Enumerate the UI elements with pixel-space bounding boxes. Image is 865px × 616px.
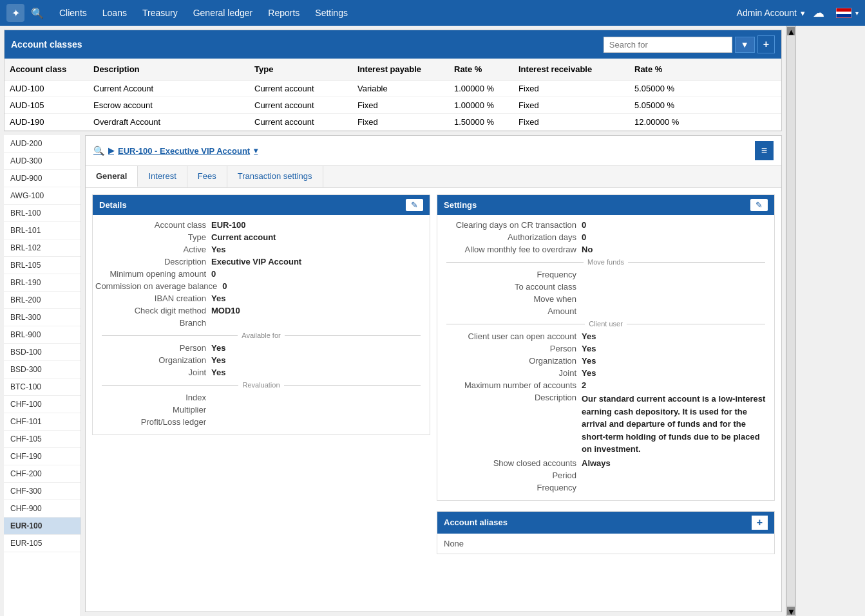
sidebar-list[interactable]: AUD-200 AUD-300 AUD-900 AWG-100 BRL-100 … <box>4 135 81 616</box>
details-section-content: Account class EUR-100 Type Current accou… <box>93 215 430 434</box>
value-check-digit: MOD10 <box>211 306 427 315</box>
cloud-icon[interactable]: ☁ <box>813 6 824 20</box>
logo-icon[interactable]: ✦ <box>6 4 24 22</box>
nav-clients[interactable]: Clients <box>53 0 93 26</box>
label-client-person: Person <box>440 344 582 353</box>
tab-interest[interactable]: Interest <box>138 166 187 187</box>
details-section-title: Details <box>99 200 127 210</box>
label-multiplier: Multiplier <box>95 405 211 415</box>
detail-panel-header: 🔍 ▶ EUR-100 - Executive VIP Account ▾ ≡ <box>86 136 781 166</box>
scrollbar[interactable]: ▲ ▼ <box>786 26 796 616</box>
tab-fees[interactable]: Fees <box>187 166 227 187</box>
detail-menu-button[interactable]: ≡ <box>755 141 774 160</box>
col-interest-receivable: Interest receivable <box>513 62 629 77</box>
nav-reports[interactable]: Reports <box>261 0 306 26</box>
tab-general[interactable]: General <box>86 166 138 187</box>
nav-treasury[interactable]: Treasury <box>136 0 184 26</box>
sidebar-item[interactable]: BTC-100 <box>4 378 81 396</box>
field-clearing-days: Clearing days on CR transaction 0 <box>440 220 772 230</box>
sidebar-item[interactable]: BSD-100 <box>4 344 81 361</box>
field-auth-days: Authorization days 0 <box>440 232 772 242</box>
sidebar-item[interactable]: BRL-900 <box>4 326 81 344</box>
label-move-when: Move when <box>440 294 582 304</box>
value-clearing-days: 0 <box>582 220 772 230</box>
label-active: Active <box>95 245 211 254</box>
sidebar-item[interactable]: BSD-300 <box>4 361 81 378</box>
label-auth-days: Authorization days <box>440 232 582 242</box>
value-person: Yes <box>211 343 427 353</box>
sidebar-item[interactable]: BRL-200 <box>4 292 81 309</box>
detail-search-icon[interactable]: 🔍 <box>93 145 104 156</box>
table-row[interactable]: AUD-190 Overdraft Account Current accoun… <box>5 114 781 131</box>
label-clearing-days: Clearing days on CR transaction <box>440 220 582 230</box>
nav-loans[interactable]: Loans <box>96 0 133 26</box>
field-commission: Commission on average balance 0 <box>95 281 427 291</box>
sidebar-item[interactable]: CHF-190 <box>4 448 81 465</box>
sidebar-item[interactable]: AUD-200 <box>4 135 81 153</box>
sidebar-item[interactable]: CHF-101 <box>4 413 81 431</box>
table-row[interactable]: AUD-100 Current Account Current account … <box>5 80 781 97</box>
account-classes-header: Account classes ▼ + <box>5 30 781 59</box>
sidebar-item[interactable]: BRL-300 <box>4 309 81 326</box>
col-rate2: Rate % <box>629 62 694 77</box>
language-flag-icon[interactable] <box>836 8 851 18</box>
label-client-description: Description <box>440 393 582 402</box>
sidebar-item[interactable]: CHF-300 <box>4 483 81 500</box>
sidebar-item[interactable]: EUR-105 <box>4 535 81 552</box>
label-index: Index <box>95 393 211 402</box>
value-organization: Yes <box>211 355 427 365</box>
sidebar-item[interactable]: BRL-102 <box>4 239 81 257</box>
detail-title-dropdown-icon[interactable]: ▾ <box>254 146 258 155</box>
value-period <box>582 471 772 480</box>
details-section: Details ✎ Account class EUR-100 Type <box>92 194 430 435</box>
search-input[interactable] <box>604 37 732 53</box>
scrollbar-down[interactable]: ▼ <box>787 607 795 615</box>
field-amount: Amount <box>440 306 772 316</box>
filter-button[interactable]: ▼ <box>735 37 755 53</box>
details-edit-button[interactable]: ✎ <box>406 199 423 211</box>
global-search-icon[interactable]: 🔍 <box>31 7 44 19</box>
sidebar-item[interactable]: AUD-300 <box>4 153 81 170</box>
language-dropdown-arrow[interactable]: ▾ <box>855 10 859 17</box>
sidebar-item[interactable]: BRL-105 <box>4 257 81 274</box>
value-move-when <box>582 294 772 304</box>
value-max-accounts: 2 <box>582 380 772 390</box>
label-move-frequency: Frequency <box>440 270 582 279</box>
table-row[interactable]: AUD-105 Escrow account Current account F… <box>5 97 781 114</box>
settings-edit-button[interactable]: ✎ <box>750 199 768 211</box>
sidebar-item[interactable]: CHF-100 <box>4 396 81 413</box>
value-multiplier <box>211 405 427 415</box>
value-iban: Yes <box>211 294 427 303</box>
sidebar-item[interactable]: BRL-190 <box>4 274 81 292</box>
sidebar-item-active[interactable]: EUR-100 <box>4 518 81 535</box>
label-settings-frequency: Frequency <box>440 483 582 492</box>
sidebar-item[interactable]: CHF-105 <box>4 431 81 448</box>
sidebar-item[interactable]: BRL-101 <box>4 222 81 239</box>
nav-settings[interactable]: Settings <box>309 0 354 26</box>
field-organization: Organization Yes <box>95 355 427 365</box>
sidebar-item[interactable]: CHF-200 <box>4 465 81 483</box>
label-to-account-class: To account class <box>440 282 582 292</box>
sidebar-item[interactable]: AWG-100 <box>4 187 81 205</box>
tab-transaction-settings[interactable]: Transaction settings <box>227 166 323 187</box>
value-commission: 0 <box>222 281 427 291</box>
sidebar-item[interactable]: CHF-900 <box>4 500 81 518</box>
detail-panel: 🔍 ▶ EUR-100 - Executive VIP Account ▾ ≡ … <box>85 135 782 612</box>
add-button[interactable]: + <box>757 35 775 53</box>
add-alias-button[interactable]: + <box>752 516 768 530</box>
label-min-opening: Minimum opening amount <box>95 269 211 279</box>
admin-account-menu[interactable]: Admin Account <box>737 8 797 18</box>
field-to-account-class: To account class <box>440 282 772 292</box>
value-client-organization: Yes <box>582 356 772 366</box>
field-period: Period <box>440 471 772 480</box>
value-profit-loss <box>211 417 427 427</box>
field-description: Description Executive VIP Account <box>95 257 427 266</box>
value-settings-frequency <box>582 483 772 492</box>
value-amount <box>582 306 772 316</box>
table-header: Account class Description Type Interest … <box>5 59 781 80</box>
scrollbar-up[interactable]: ▲ <box>787 27 795 35</box>
sidebar-item[interactable]: BRL-100 <box>4 205 81 222</box>
breadcrumb-arrow-icon: ▶ <box>108 146 114 155</box>
sidebar-item[interactable]: AUD-900 <box>4 170 81 187</box>
nav-general-ledger[interactable]: General ledger <box>187 0 260 26</box>
